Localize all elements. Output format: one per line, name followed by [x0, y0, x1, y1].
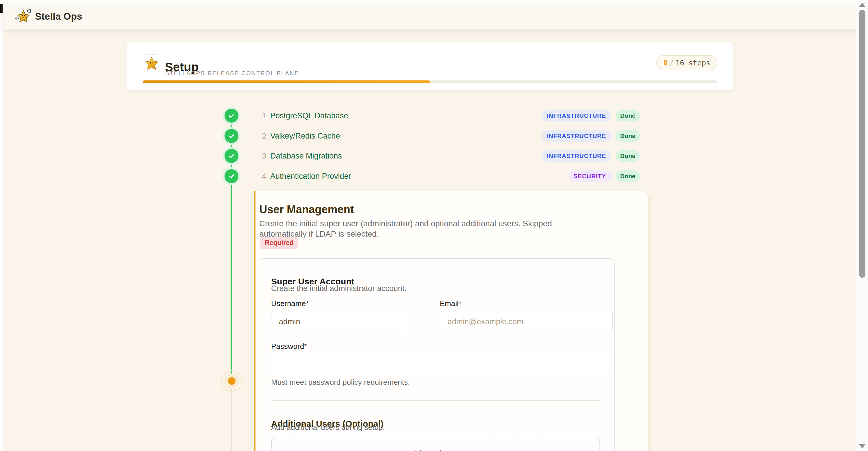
- super-user-card: Super User Account Create the initial ad…: [259, 258, 615, 451]
- step-row-auth-provider[interactable]: 4 Authentication Provider SECURITY Done: [260, 169, 640, 184]
- add-another-user-label: + Add Another User: [400, 449, 471, 451]
- password-field[interactable]: [271, 353, 610, 374]
- scroll-down-arrow-icon[interactable]: [859, 444, 865, 448]
- step-number: 3: [260, 152, 266, 161]
- steps-progress-badge: 8 / 16 steps: [656, 55, 717, 70]
- step-row-postgresql[interactable]: 1 PostgreSQL Database INFRASTRUCTURE Don…: [260, 108, 640, 123]
- window-edge-artifact: [0, 4, 3, 13]
- step-number: 1: [260, 111, 266, 120]
- scrollbar-thumb[interactable]: [859, 10, 865, 278]
- steps-total-label: 16 steps: [676, 59, 710, 67]
- username-label: Username*: [271, 299, 309, 308]
- category-badge: INFRASTRUCTURE: [542, 130, 611, 142]
- gear-icon: ⚙: [14, 15, 20, 22]
- required-badge: Required: [260, 237, 298, 249]
- progress-fill: [143, 80, 430, 83]
- password-hint: Must meet password policy requirements.: [271, 378, 410, 387]
- setup-card: Setup STELLAOPS RELEASE CONTROL PLANE 8 …: [126, 42, 734, 91]
- step-number: 4: [260, 172, 266, 181]
- user-management-panel: User Management Create the initial super…: [254, 191, 649, 451]
- password-label: Password*: [271, 342, 307, 351]
- category-badge: INFRASTRUCTURE: [542, 150, 611, 162]
- setup-progress-bar: [143, 80, 717, 83]
- step-number: 2: [260, 132, 266, 140]
- status-badge: Done: [616, 170, 640, 182]
- star-mascot-icon: ⚙ ⚙: [16, 9, 31, 24]
- status-badge: Done: [616, 130, 640, 142]
- add-another-user-button[interactable]: + Add Another User: [271, 438, 600, 451]
- step-title: PostgreSQL Database: [270, 111, 348, 120]
- additional-users-subtitle: Add additional users during setup.: [271, 423, 385, 432]
- super-user-subtitle: Create the initial administrator account…: [271, 284, 406, 293]
- category-badge: INFRASTRUCTURE: [542, 110, 611, 122]
- status-badge: Done: [616, 110, 640, 122]
- status-badge: Done: [616, 150, 640, 162]
- email-field[interactable]: [440, 311, 613, 332]
- step-complete-check-icon: [224, 149, 239, 163]
- steps-separator: /: [670, 59, 674, 67]
- panel-description: Create the initial super user (administr…: [259, 218, 596, 239]
- step-row-db-migrations[interactable]: 3 Database Migrations INFRASTRUCTURE Don…: [260, 149, 640, 163]
- brand-name: Stella Ops: [35, 11, 82, 22]
- email-label: Email*: [440, 299, 462, 308]
- step-title: Valkey/Redis Cache: [270, 132, 340, 140]
- step-title: Database Migrations: [270, 152, 342, 161]
- category-badge: SECURITY: [568, 170, 611, 182]
- vertical-scrollbar[interactable]: [856, 0, 868, 451]
- app-window: ⚙ ⚙ Stella Ops Setup STELLAOPS RELEASE C…: [0, 0, 868, 451]
- setup-star-logo-icon: [143, 54, 160, 72]
- step-title: Authentication Provider: [270, 172, 351, 181]
- steps-done-count: 8: [663, 59, 668, 67]
- brand-home-link[interactable]: ⚙ ⚙ Stella Ops: [16, 9, 82, 24]
- section-divider: [271, 400, 600, 401]
- active-step-dot-icon: [228, 377, 236, 385]
- gear-icon: ⚙: [27, 8, 32, 14]
- panel-title: User Management: [259, 203, 354, 216]
- app-header: ⚙ ⚙ Stella Ops: [3, 3, 856, 30]
- step-row-valkey-redis[interactable]: 2 Valkey/Redis Cache INFRASTRUCTURE Done: [260, 128, 640, 143]
- step-complete-check-icon: [224, 169, 239, 183]
- scroll-up-arrow-icon[interactable]: [859, 3, 865, 7]
- setup-subtitle: STELLAOPS RELEASE CONTROL PLANE: [165, 70, 299, 77]
- username-field[interactable]: [271, 311, 409, 332]
- step-complete-check-icon: [224, 129, 239, 143]
- step-complete-check-icon: [224, 109, 239, 123]
- timeline-line-upcoming: [231, 388, 232, 451]
